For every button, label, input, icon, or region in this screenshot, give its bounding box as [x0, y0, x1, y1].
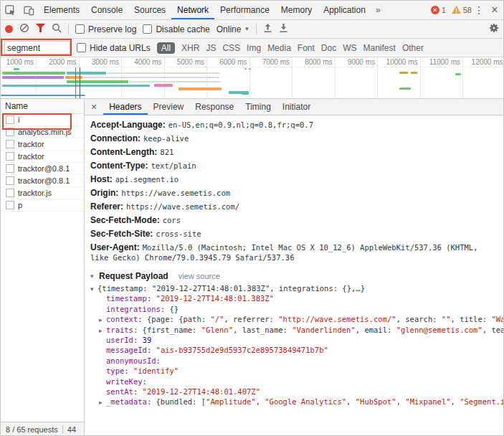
payload-token: : [133, 387, 143, 396]
import-har-icon[interactable] [263, 24, 272, 35]
timeline-tick-label: 3000 ms [83, 58, 119, 66]
preserve-log-label: Preserve log [88, 24, 136, 34]
file-icon [6, 140, 14, 148]
name-column-header[interactable]: Name [1, 99, 84, 114]
payload-token: , tea [482, 326, 503, 334]
tab-elements[interactable]: Elements [38, 1, 85, 19]
type-filter-manifest[interactable]: Manifest [363, 43, 396, 53]
export-har-icon[interactable] [279, 24, 288, 35]
request-list: ianalytics.min.jstracktortracktortrackto… [1, 114, 84, 212]
throttling-select[interactable]: Online ▼ [217, 24, 250, 34]
expand-arrow-icon[interactable]: ▸ [99, 326, 106, 336]
filter-icon[interactable] [36, 24, 45, 34]
request-row[interactable]: tracktor [1, 151, 84, 163]
payload-line: integrations: {} [85, 305, 503, 315]
disable-cache-checkbox[interactable]: Disable cache [143, 24, 209, 34]
tab-performance[interactable]: Performance [214, 1, 275, 19]
payload-tree: ▾{timestamp: "2019-12-27T14:48:01.383Z",… [85, 284, 503, 408]
file-icon [6, 128, 14, 136]
details-tab-timing[interactable]: Timing [239, 99, 277, 115]
close-details-icon[interactable]: × [85, 101, 103, 113]
device-toolbar-icon[interactable] [19, 1, 38, 19]
type-filter-font[interactable]: Font [298, 43, 315, 53]
indent-spacer [99, 367, 106, 376]
type-filter-media[interactable]: Media [267, 43, 291, 53]
file-icon [6, 176, 14, 185]
timeline-overview[interactable]: 1000 ms2000 ms3000 ms4000 ms5000 ms6000 … [1, 57, 503, 99]
request-name: tracktor [18, 140, 44, 148]
details-tab-initiator[interactable]: Initiator [277, 99, 316, 115]
payload-token: "2019-12-27T14:48:01.407Z" [143, 387, 260, 396]
timeline-tick-label: 4000 ms [126, 58, 162, 66]
headers-content: Accept-Language:en-US,en;q=0.9,nl;q=0.8,… [85, 115, 503, 436]
timeline-tick-label: 11000 ms [424, 58, 460, 66]
type-filter-all[interactable]: All [157, 42, 175, 54]
payload-token: integrations [106, 305, 161, 313]
inspect-element-icon[interactable] [1, 1, 19, 19]
indent-spacer [99, 378, 106, 387]
payload-token: , last_name: [233, 326, 292, 334]
request-row[interactable]: i [1, 114, 84, 126]
settings-gear-icon[interactable] [489, 23, 499, 35]
payload-token: type [106, 366, 124, 375]
close-devtools-icon[interactable]: × [486, 1, 503, 19]
payload-line: userId: 39 [85, 336, 503, 346]
payload-token: timestamp [106, 294, 147, 303]
type-filter-doc[interactable]: Doc [321, 43, 336, 53]
details-tab-response[interactable]: Response [189, 99, 239, 115]
tab-network[interactable]: Network [171, 1, 214, 19]
more-tabs-chevron[interactable]: » [371, 1, 385, 19]
request-row[interactable]: tracktor [1, 138, 84, 151]
tab-memory[interactable]: Memory [275, 1, 318, 19]
waterfall-bar [67, 72, 106, 75]
type-filter-css[interactable]: CSS [222, 43, 240, 53]
tab-sources[interactable]: Sources [128, 1, 171, 19]
details-tab-headers[interactable]: Headers [103, 99, 147, 115]
payload-token: : [143, 377, 152, 386]
request-row[interactable]: tracktor@0.8.1 [1, 175, 84, 187]
tab-console[interactable]: Console [85, 1, 128, 19]
request-row[interactable]: analytics.min.js [1, 126, 84, 138]
requests-count: 8 / 65 requests [6, 425, 58, 434]
preserve-log-checkbox[interactable]: Preserve log [75, 24, 136, 34]
header-line: Sec-Fetch-Site:cross-site [85, 227, 503, 241]
waterfall-bar [2, 76, 64, 79]
type-filter-ws[interactable]: WS [343, 43, 356, 53]
request-row[interactable]: tracktor@0.8.1 [1, 163, 84, 175]
payload-token: : {page: {path: [138, 315, 210, 323]
kebab-menu-icon[interactable]: ⋮ [472, 1, 486, 19]
type-filter-img[interactable]: Img [247, 43, 261, 53]
request-row[interactable]: p [1, 199, 84, 212]
requests-summary-bar: 8 / 65 requests 44 [1, 422, 84, 436]
warning-badge[interactable]: 58 [452, 6, 472, 15]
expand-arrow-icon[interactable]: ▸ [99, 316, 106, 325]
view-source-link[interactable]: view source [179, 272, 220, 280]
details-tab-preview[interactable]: Preview [148, 99, 190, 115]
file-icon [6, 201, 14, 209]
request-row[interactable]: tracktor.js [1, 187, 84, 199]
record-button[interactable] [5, 25, 13, 33]
payload-line: timestamp: "2019-12-27T14:48:01.383Z" [85, 294, 503, 304]
waterfall-bar [179, 87, 222, 90]
search-icon[interactable] [52, 23, 62, 35]
payload-token: "HubSpot" [356, 397, 396, 406]
timeline-gridline [249, 57, 250, 98]
payload-token: : {first_name: [133, 326, 201, 334]
file-icon [6, 115, 14, 124]
tab-application[interactable]: Application [318, 1, 371, 19]
header-line: Accept-Language:en-US,en;q=0.9,nl;q=0.8,… [85, 118, 503, 132]
throttling-value: Online [217, 24, 242, 34]
type-filter-js[interactable]: JS [206, 43, 216, 53]
payload-token: sentAt [106, 387, 133, 396]
expand-arrow-icon[interactable]: ▾ [90, 285, 98, 294]
collapse-arrow-icon[interactable]: ▾ [90, 272, 99, 280]
type-filter-xhr[interactable]: XHR [181, 43, 199, 53]
expand-arrow-icon[interactable]: ▸ [99, 398, 106, 407]
clear-button[interactable] [19, 23, 29, 35]
error-badge[interactable]: × 1 [431, 6, 446, 14]
type-filter-other[interactable]: Other [402, 43, 424, 53]
status-divider [62, 425, 63, 434]
filter-input[interactable] [4, 41, 70, 54]
waterfall-bar [399, 72, 408, 74]
hide-data-urls-checkbox[interactable]: Hide data URLs [77, 43, 151, 53]
